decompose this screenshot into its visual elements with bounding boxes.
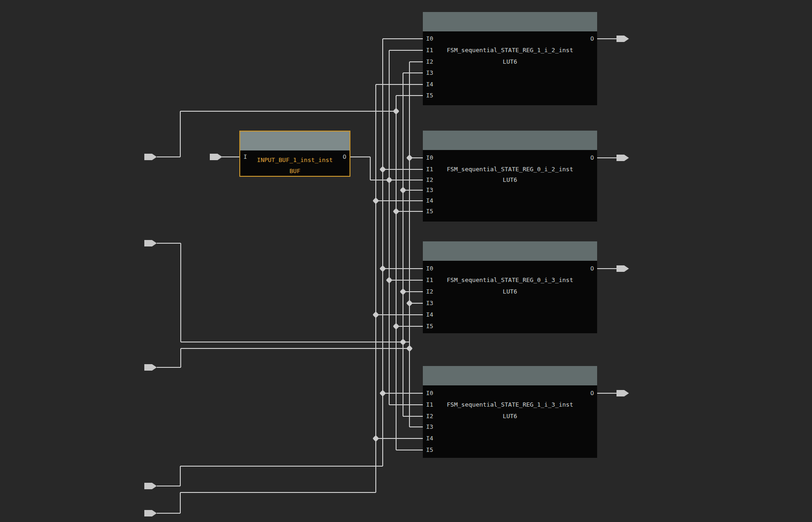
pin-i3[interactable]: I3 (426, 69, 433, 77)
net-wire[interactable] (403, 72, 423, 73)
net-wire[interactable] (409, 426, 423, 427)
wire-junction-dot (379, 166, 386, 173)
net-wire[interactable] (403, 73, 403, 416)
input-port-icon[interactable] (144, 364, 157, 371)
lut6-block-state-reg-0-i-2[interactable]: FSM_sequential_STATE_REG_0_i_2_inst LUT6… (423, 131, 597, 222)
pin-i4[interactable]: I4 (426, 435, 433, 442)
pin-i0[interactable]: I0 (426, 390, 433, 397)
net-wire[interactable] (180, 466, 383, 467)
pin-i1[interactable]: I1 (426, 166, 433, 173)
pin-i5[interactable]: I5 (426, 446, 433, 454)
pin-i5[interactable]: I5 (426, 323, 433, 330)
net-wire[interactable] (180, 111, 181, 157)
pin-o[interactable]: O (590, 154, 594, 162)
net-wire[interactable] (157, 513, 180, 514)
pin-i4[interactable]: I4 (426, 81, 433, 88)
pin-o[interactable]: O (590, 265, 594, 272)
pin-i5[interactable]: I5 (426, 208, 433, 215)
pin-i2[interactable]: I2 (426, 288, 433, 295)
wire-junction-dot (406, 155, 413, 161)
lut6-block-state-reg-1-i-3[interactable]: FSM_sequential_STATE_REG_1_i_3_inst LUT6… (423, 366, 597, 458)
pin-i1[interactable]: I1 (426, 47, 433, 54)
net-wire[interactable] (222, 156, 239, 157)
pin-i3[interactable]: I3 (426, 186, 433, 194)
pin-i3[interactable]: I3 (426, 423, 433, 431)
instance-name: FSM_sequential_STATE_REG_0_i_3_inst (423, 276, 597, 284)
pin-i1[interactable]: I1 (426, 276, 433, 284)
output-port-icon[interactable] (616, 155, 629, 161)
pin-i0[interactable]: I0 (426, 265, 433, 272)
net-wire[interactable] (157, 243, 181, 244)
pin-i[interactable]: I (243, 153, 247, 161)
net-wire[interactable] (370, 157, 371, 180)
net-wire[interactable] (597, 157, 616, 158)
output-port-icon[interactable] (616, 390, 629, 396)
wire-junction-dot (400, 288, 406, 295)
net-wire[interactable] (597, 268, 616, 269)
net-wire[interactable] (389, 50, 423, 51)
net-wire[interactable] (370, 180, 423, 180)
net-wire[interactable] (180, 348, 181, 367)
net-wire[interactable] (157, 156, 180, 157)
net-wire[interactable] (157, 486, 180, 486)
net-wire[interactable] (180, 466, 181, 486)
instance-name: INPUT_BUF_1_inst_inst (240, 156, 350, 164)
net-wire[interactable] (180, 111, 396, 112)
block-header (423, 131, 597, 150)
net-wire[interactable] (382, 39, 383, 466)
net-wire[interactable] (396, 96, 397, 450)
input-port-icon[interactable] (210, 154, 222, 160)
net-wire[interactable] (597, 38, 616, 39)
block-header (423, 12, 597, 31)
instance-name: FSM_sequential_STATE_REG_1_i_2_inst (423, 47, 597, 54)
lut6-block-state-reg-0-i-3[interactable]: FSM_sequential_STATE_REG_0_i_3_inst LUT6… (423, 241, 597, 333)
buf-block-input-buf-1-selected[interactable]: INPUT_BUF_1_inst_inst BUF IO (239, 131, 350, 177)
wire-junction-dot (400, 339, 406, 345)
pin-i4[interactable]: I4 (426, 311, 433, 318)
pin-o[interactable]: O (343, 153, 346, 161)
pin-i4[interactable]: I4 (426, 197, 433, 204)
pin-i2[interactable]: I2 (426, 413, 433, 420)
input-port-icon[interactable] (144, 510, 157, 516)
pin-o[interactable]: O (590, 390, 594, 397)
input-port-icon[interactable] (144, 240, 157, 246)
block-header (423, 366, 597, 385)
net-wire[interactable] (389, 404, 423, 405)
net-wire[interactable] (396, 450, 423, 450)
net-wire[interactable] (180, 492, 376, 493)
block-header (423, 241, 597, 261)
pin-i5[interactable]: I5 (426, 92, 433, 99)
net-wire[interactable] (180, 243, 181, 342)
net-wire[interactable] (383, 38, 423, 39)
wire-junction-dot (386, 177, 392, 183)
output-port-icon[interactable] (616, 36, 629, 42)
net-wire[interactable] (157, 367, 181, 368)
net-wire[interactable] (389, 50, 390, 405)
pin-i1[interactable]: I1 (426, 401, 433, 408)
pin-i2[interactable]: I2 (426, 58, 433, 66)
wire-junction-dot (379, 265, 386, 272)
pin-i0[interactable]: I0 (426, 35, 433, 42)
input-port-icon[interactable] (144, 154, 157, 160)
wire-junction-dot (393, 208, 399, 215)
pin-i0[interactable]: I0 (426, 154, 433, 162)
output-port-icon[interactable] (616, 265, 629, 272)
pin-i2[interactable]: I2 (426, 176, 433, 184)
net-wire[interactable] (403, 416, 423, 417)
pin-o[interactable]: O (590, 35, 594, 42)
instance-name: FSM_sequential_STATE_REG_0_i_2_inst (423, 166, 597, 173)
wire-junction-dot (393, 108, 399, 114)
wire-junction-dot (406, 300, 413, 306)
net-wire[interactable] (350, 156, 370, 157)
net-wire[interactable] (389, 280, 423, 281)
net-wire[interactable] (375, 84, 376, 492)
net-wire[interactable] (180, 492, 181, 513)
net-wire[interactable] (409, 62, 410, 427)
lut6-block-state-reg-1-i-2[interactable]: FSM_sequential_STATE_REG_1_i_2_inst LUT6… (423, 12, 597, 105)
pin-i3[interactable]: I3 (426, 300, 433, 307)
net-wire[interactable] (409, 61, 423, 62)
wire-junction-dot (379, 390, 386, 396)
input-port-icon[interactable] (144, 483, 157, 489)
net-wire[interactable] (597, 393, 616, 394)
wire-junction-dot (386, 277, 392, 283)
